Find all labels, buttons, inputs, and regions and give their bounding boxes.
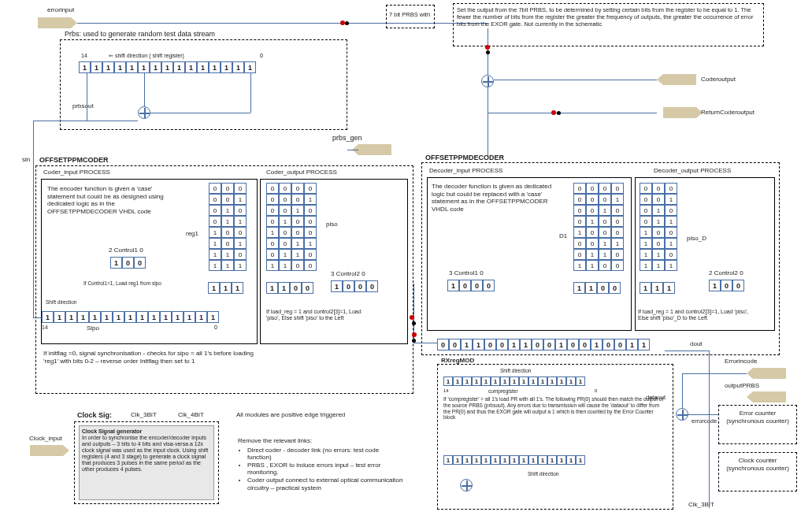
link-anchor	[486, 50, 490, 54]
enc-note: The encoder function is given a 'case' s…	[47, 185, 173, 215]
wire	[144, 73, 145, 106]
dataout-label: dataout	[646, 394, 666, 401]
ifcontrol1: If Control1=1, Load reg1 from sipo	[83, 280, 161, 287]
c14: 14	[443, 388, 449, 394]
wire	[87, 121, 138, 121]
clockgen-text: In order to synchronise the encoder/deco…	[82, 435, 208, 472]
link-dot	[485, 45, 490, 50]
returncoder-port	[663, 107, 696, 118]
remove-notes: Remove the relevant links: Direct coder …	[238, 437, 403, 491]
control2b-row: 100	[709, 280, 744, 291]
control1-label: 2 Control1 0	[109, 247, 143, 254]
link-dot	[412, 332, 417, 337]
bottom-reg-row: 111111111111111	[443, 455, 585, 465]
returncoder-label: ReturnCoderoutput	[701, 109, 755, 117]
dec-note: The decoder function is given as dedicat…	[432, 183, 562, 213]
dec-input-proc: Decoder_input PROCESS	[429, 167, 502, 175]
wire	[87, 73, 87, 121]
clk4-label: Clk_4BIT	[178, 411, 204, 419]
xor-icon	[138, 106, 150, 119]
rem3: Coder output connect to external optical…	[247, 477, 403, 491]
clocksig-label: Clock Sig:	[77, 411, 112, 420]
clockgen-greybox: Clock Signal generator In order to synch…	[79, 425, 214, 500]
pisoD-grid: 000001010011100101110111	[640, 183, 677, 271]
outputprbs-label: outputPRBS	[725, 382, 759, 390]
decoder-sipo-row: 001100110010010011	[437, 339, 650, 351]
compreg-row: 111111111111111	[443, 376, 585, 386]
wire	[709, 351, 710, 508]
wire	[488, 113, 657, 113]
dec-output-proc: Decoder_output PROCESS	[654, 167, 731, 175]
clockinput-label: Clock_input	[29, 435, 62, 443]
errorinput-label: errorinput	[47, 6, 74, 14]
d1-grid: 00000001001001001000001101101100	[573, 183, 624, 271]
wire	[688, 414, 718, 415]
sin-label: sin	[22, 156, 30, 164]
sipo-row: 111111111111111	[42, 311, 219, 323]
wire	[77, 23, 345, 24]
reg1-row: 111	[208, 282, 243, 294]
wire	[494, 80, 657, 80]
allmods: All modules are positive edge triggered	[236, 411, 345, 419]
initflag-note: If initflag =0, signal synchronisation -…	[43, 350, 260, 365]
link-anchor	[557, 111, 561, 115]
control1b-row: 1000	[447, 280, 495, 291]
wire	[33, 121, 87, 121]
s0: 0	[214, 325, 217, 331]
coderoutput-port	[663, 74, 696, 85]
comp-note: If 'compregister' = all 1's load PR with…	[443, 396, 664, 421]
link-dot	[410, 315, 414, 320]
num0: 0	[260, 53, 263, 59]
7bitprbs-note: Set the output from the 7bit PRBS, to be…	[457, 6, 760, 28]
rem1: Direct coder - decoder link (no errors: …	[247, 447, 403, 462]
link-anchor	[345, 21, 349, 25]
coder-title: OFFSETPPMCODER	[39, 156, 109, 165]
shiftdir-rx: Shift direction	[500, 368, 531, 374]
piso-row: 1100	[266, 282, 313, 294]
reg1-grid: 000001010011100101110111	[209, 183, 247, 271]
shiftdir-reg: ⇐ shift direction ( shift register)	[109, 53, 184, 59]
pisoD-row: 111	[640, 282, 675, 294]
errorcode-label: errorcode	[691, 417, 717, 425]
coderoutput-label: Coderoutput	[701, 76, 736, 83]
dout-label: dout	[690, 340, 703, 348]
d1-label: D1	[559, 232, 567, 240]
outputprbs-port	[753, 391, 786, 402]
wire	[488, 87, 488, 157]
ifload2: If load_reg = 1 and control2[3]=1, Load …	[638, 309, 760, 322]
wire	[682, 373, 683, 408]
clk3-right: Clk_3BIT	[688, 501, 714, 509]
coder-input-proc: Coder_input PROCESS	[43, 169, 110, 176]
remove-title: Remove the relevant links:	[238, 437, 312, 444]
shiftdir1: Shift direction	[46, 299, 76, 306]
rxregmod-title: RXregMOD	[441, 357, 474, 365]
prbsout-label: prbsout	[72, 102, 94, 110]
piso-label: piso	[326, 221, 338, 228]
d1-row: 1100	[573, 282, 621, 294]
control2b-label: 2 Control2 0	[709, 269, 743, 277]
xor-icon	[481, 75, 494, 87]
s14: 14	[42, 325, 48, 331]
compreg-label: compregister	[488, 388, 518, 395]
wire	[33, 121, 34, 317]
link-anchor	[412, 321, 416, 325]
wire	[347, 150, 358, 150]
shiftdir-bottom: Shift direction	[528, 471, 558, 477]
pisoD-label: piso_D	[687, 235, 706, 243]
7bitprbs-label: 7 bit PRBS with	[389, 11, 430, 18]
wire	[250, 73, 251, 113]
rem2: PRBS , EXOR to induce errors input – tes…	[247, 462, 403, 477]
wire	[150, 113, 250, 113]
xor-icon	[460, 479, 473, 491]
prbs-title: Prbs: used to generate random test data …	[65, 30, 215, 39]
xor-icon	[676, 408, 688, 421]
clockinput-port	[30, 445, 63, 456]
wire	[665, 351, 709, 351]
control1b-label: 3 Control1 0	[449, 269, 484, 277]
sipo-label: Sipo	[87, 325, 99, 332]
num14: 14	[81, 53, 87, 59]
piso-grid: 00000001001001001000001101101100	[266, 183, 317, 271]
prbs-gen-label: prbs_gen	[332, 134, 362, 143]
errorinput-port	[38, 17, 71, 28]
wire	[33, 317, 42, 318]
